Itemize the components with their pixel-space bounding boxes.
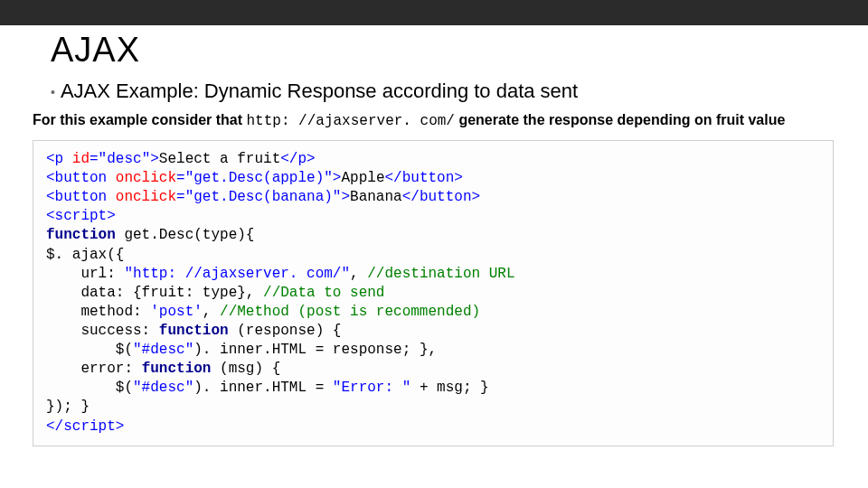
- t: function: [159, 323, 229, 339]
- t: <button: [46, 189, 116, 205]
- slide-title: AJAX: [51, 31, 834, 70]
- note-bold: fruit: [716, 112, 744, 127]
- t: "http: //ajaxserver. com/": [124, 266, 350, 282]
- note-url: http: //ajaxserver. com/: [247, 113, 455, 129]
- t: Banana: [350, 189, 402, 205]
- t: success:: [46, 323, 159, 339]
- t: <button: [46, 170, 116, 186]
- t: }); }: [46, 399, 90, 415]
- bullet-dot-icon: •: [51, 84, 55, 100]
- t: data: {fruit: type},: [46, 285, 263, 301]
- t: Apple: [341, 170, 384, 186]
- bullet-text: AJAX Example: Dynamic Response according…: [61, 80, 578, 102]
- t: error:: [46, 361, 142, 377]
- t: id: [72, 151, 90, 167]
- t: url:: [46, 266, 124, 282]
- t: ). inner.HTML = response; },: [193, 342, 437, 358]
- note-pre: For this example consider that: [33, 112, 247, 127]
- t: ="get.Desc(apple)">: [176, 170, 341, 186]
- top-bar: [0, 0, 868, 25]
- t: ,: [203, 304, 220, 320]
- t: 'post': [150, 304, 203, 320]
- slide-body: AJAX •AJAX Example: Dynamic Response acc…: [0, 31, 868, 459]
- t: function: [46, 227, 116, 243]
- t: $. ajax({: [46, 247, 124, 263]
- t: //destination URL: [367, 266, 514, 282]
- t: </p>: [280, 151, 315, 167]
- t: "Error: ": [333, 380, 410, 396]
- t: ="get.Desc(banana)">: [176, 189, 350, 205]
- t: Select a fruit: [159, 151, 280, 167]
- t: onclick: [116, 170, 176, 186]
- t: ipt>: [90, 418, 124, 435]
- t: //Method (post is recommended): [220, 304, 480, 320]
- t: + msg; }: [410, 380, 488, 396]
- t: </scr: [46, 418, 90, 435]
- t: ,: [350, 266, 367, 282]
- t: (response) {: [229, 323, 342, 339]
- t: <p: [46, 151, 72, 167]
- t: (msg) {: [211, 361, 280, 377]
- t: </button>: [384, 170, 462, 186]
- bullet-line: •AJAX Example: Dynamic Response accordin…: [51, 79, 834, 105]
- t: method:: [46, 304, 150, 320]
- t: function: [142, 361, 212, 377]
- t: "#desc": [133, 380, 193, 396]
- t: $(: [46, 380, 133, 396]
- t: <script>: [46, 208, 116, 224]
- note-line: For this example consider that http: //a…: [33, 110, 834, 131]
- t: get.Desc(type){: [116, 227, 255, 243]
- t: $(: [46, 342, 133, 358]
- note-end: value: [744, 112, 785, 127]
- t: //Data to send: [263, 285, 384, 301]
- t: "#desc": [133, 342, 193, 358]
- t: ="desc">: [90, 151, 159, 167]
- code-block: <p id="desc">Select a fruit</p> <button …: [46, 150, 820, 436]
- t: ). inner.HTML =: [193, 380, 333, 396]
- t: </button>: [402, 189, 480, 205]
- note-post: generate the response depending on: [455, 112, 716, 127]
- code-block-container: <p id="desc">Select a fruit</p> <button …: [33, 140, 834, 446]
- t: onclick: [116, 189, 176, 205]
